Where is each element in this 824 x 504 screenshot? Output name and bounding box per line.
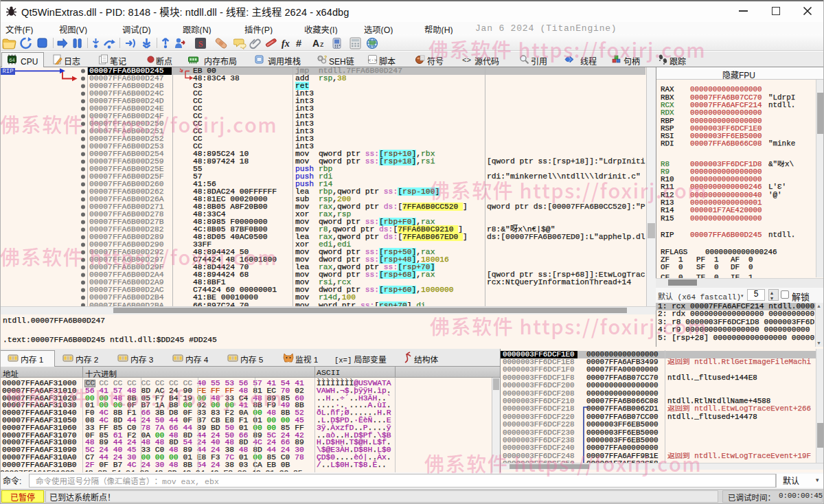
svg-text:?: ? bbox=[324, 54, 327, 60]
svg-text:64: 64 bbox=[9, 58, 14, 63]
svg-text:z: z bbox=[320, 40, 324, 48]
svg-text:<·>: <·> bbox=[368, 58, 378, 63]
svg-text:A: A bbox=[312, 38, 319, 49]
svg-text:#: # bbox=[296, 38, 301, 49]
svg-text:S: S bbox=[198, 39, 203, 49]
svg-text:fx: fx bbox=[282, 38, 290, 49]
svg-text:<>: <> bbox=[462, 56, 471, 65]
